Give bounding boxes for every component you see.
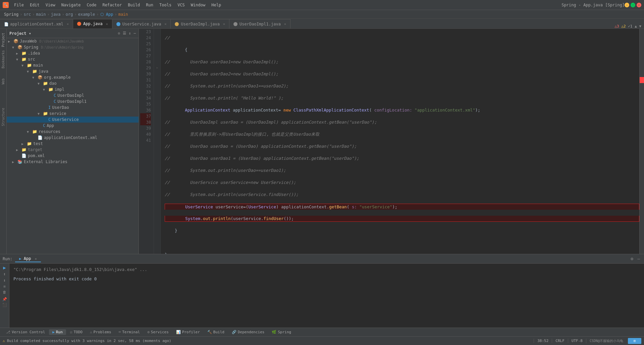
tab-close-user-dao-impl1[interactable]: ✕: [284, 22, 286, 26]
breadcrumb-src[interactable]: src: [24, 12, 31, 17]
tree-item-target[interactable]: ▶ 📁 target: [7, 147, 139, 153]
menu-tools[interactable]: Tools: [157, 2, 174, 8]
menu-code[interactable]: Code: [84, 2, 99, 8]
menu-vcs[interactable]: VCS: [175, 2, 187, 8]
tab-close-user-service[interactable]: ✕: [164, 22, 166, 26]
run-rerun-button[interactable]: ⬇: [3, 278, 6, 283]
run-tab-app[interactable]: ▶ App ✕: [15, 256, 41, 262]
window-close-button[interactable]: ✕: [637, 3, 641, 7]
tree-item-test[interactable]: ▶ 📁 test: [7, 141, 139, 147]
editor-scroll-up[interactable]: ▲: [635, 24, 637, 28]
run-export-button[interactable]: ⬛: [2, 303, 7, 307]
sidebar-structure-label[interactable]: Structure: [1, 107, 6, 127]
module-icon: 📦: [13, 39, 18, 44]
run-settings-icon[interactable]: ⚙: [629, 256, 635, 262]
tab-close-application-context[interactable]: ✕: [67, 22, 69, 26]
menu-navigate[interactable]: Navigate: [59, 2, 84, 8]
sidebar-project-label[interactable]: Project: [1, 31, 6, 48]
tree-item-resources[interactable]: ▼ 📁 resources: [7, 129, 139, 135]
run-panel: Run: ▶ App ✕ ⚙ — ▶ ⬆ ⬇ ≡ 🗑 📌 ⬛ "C:\Progr…: [0, 254, 644, 328]
breadcrumb-example[interactable]: example: [78, 12, 95, 17]
tree-item-org-example[interactable]: ▼ 📦 org.example: [7, 74, 139, 80]
code-line-27: // System.out.println(userDao1==userDao2…: [165, 83, 639, 89]
folder-icon: 📁: [32, 129, 37, 134]
right-notifications: [639, 29, 644, 254]
tree-item-dao[interactable]: ▼ 📁 dao: [7, 80, 139, 86]
run-scroll-end-button[interactable]: ≡: [3, 284, 6, 289]
run-clear-button[interactable]: 🗑: [3, 290, 6, 294]
tab-close-user-dao-impl[interactable]: ✕: [223, 22, 225, 26]
tab-close-app[interactable]: ✕: [106, 22, 108, 26]
bottom-tab-services[interactable]: ⚙ Services: [144, 329, 172, 335]
user-dao-impl1-icon: [233, 22, 237, 26]
tree-item-userDaoImpl[interactable]: ▶ C UserDaoImpl: [7, 92, 139, 98]
tree-item-service[interactable]: ▼ 📁 service: [7, 111, 139, 117]
window-minimize-button[interactable]: –: [625, 3, 629, 7]
tree-item-idea[interactable]: ▶ 📁 .idea: [7, 50, 139, 56]
breadcrumb-org[interactable]: org: [66, 12, 73, 17]
window-maximize-button[interactable]: □: [631, 3, 635, 7]
error-marker[interactable]: [640, 77, 644, 83]
tab-user-service[interactable]: UserService.java ✕: [112, 19, 171, 28]
tree-item-src[interactable]: ▼ 📁 src: [7, 56, 139, 62]
run-tab-close[interactable]: ✕: [35, 257, 37, 261]
bottom-tab-terminal[interactable]: ⌨ Terminal: [115, 329, 144, 335]
menu-build[interactable]: Build: [125, 2, 143, 8]
editor-scroll-down[interactable]: ▼: [639, 24, 641, 28]
bottom-tab-version-control[interactable]: ⎇ Version Control: [3, 329, 48, 335]
bottom-tab-todo[interactable]: ☑ TODO: [67, 329, 86, 335]
breadcrumb-main-method[interactable]: main: [118, 12, 128, 17]
tree-item-applicationContext[interactable]: ▶ 📄 applicationContext.xml: [7, 135, 139, 141]
tree-item-app[interactable]: ▶ C App: [7, 123, 139, 129]
tree-item-java[interactable]: ▼ 📁 java: [7, 68, 139, 74]
bottom-tab-spring[interactable]: 🌿 Spring: [268, 329, 294, 335]
tree-item-userService[interactable]: ▶ C UserService: [7, 117, 139, 123]
tab-application-context[interactable]: 📄 applicationContext.xml ✕: [0, 19, 73, 28]
tree-collapse-icon[interactable]: ☰: [123, 31, 126, 36]
sidebar-bookmarks-label[interactable]: Bookmarks: [1, 49, 6, 70]
bottom-tab-problems[interactable]: ⚠ Problems: [87, 329, 115, 335]
status-encoding[interactable]: CRLF: [552, 339, 568, 343]
tree-item-javaWeb[interactable]: ▶ 📦 JavaWeb D:\Users\Admin\JavaWeb: [7, 38, 139, 44]
tab-app-java[interactable]: App.java ✕: [73, 19, 112, 28]
menu-window[interactable]: Window: [188, 2, 208, 8]
tree-item-spring[interactable]: ▼ 📦 Spring D:\Users\Admin\Spring: [7, 44, 139, 50]
bottom-tab-profiler[interactable]: 📊 Profiler: [173, 329, 203, 335]
tree-settings-icon[interactable]: ⚙: [118, 31, 120, 36]
status-position[interactable]: 38:52: [534, 339, 552, 343]
tab-user-dao-impl1[interactable]: UserDaoImpl1.java ✕: [229, 19, 290, 28]
tree-item-main[interactable]: ▼ 📁 main: [7, 62, 139, 68]
tree-item-userDao[interactable]: ▶ I UserDao: [7, 105, 139, 111]
run-minimize-icon[interactable]: —: [636, 256, 641, 262]
run-play-button[interactable]: ▶: [3, 265, 6, 270]
status-charset[interactable]: UTF-8: [568, 339, 586, 343]
spring-module-icon: 📦: [17, 45, 22, 50]
run-stop-button[interactable]: ⬆: [3, 272, 6, 277]
tree-item-pom[interactable]: ▶ 📄 pom.xml: [7, 153, 139, 159]
menu-help[interactable]: Help: [209, 2, 224, 8]
tab-user-dao-impl[interactable]: UserDaoImpl.java ✕: [171, 19, 229, 28]
menu-view[interactable]: View: [43, 2, 58, 8]
xml-file-icon: 📄: [4, 22, 8, 26]
breadcrumb-java[interactable]: java: [51, 12, 61, 17]
bottom-tab-dependencies[interactable]: 🔗 Dependencies: [228, 329, 268, 335]
sidebar-web-label[interactable]: Web: [1, 77, 6, 86]
menu-run[interactable]: Run: [143, 2, 156, 8]
breadcrumb-app[interactable]: ⬡ App: [100, 12, 113, 17]
tree-item-external-libraries[interactable]: ▶ 📚 External Libraries: [7, 159, 139, 165]
bottom-tab-run[interactable]: ▶ Run: [49, 329, 66, 335]
tree-item-userDaoImpl1[interactable]: ▶ C UserDaoImpl1: [7, 98, 139, 105]
tree-minimize-icon[interactable]: —: [133, 31, 136, 36]
run-panel-header: Run: ▶ App ✕ ⚙ —: [0, 254, 644, 264]
view-toggle-button[interactable]: ⊞: [628, 338, 641, 344]
breadcrumb-spring[interactable]: Spring: [4, 12, 18, 17]
tree-sort-icon[interactable]: ↕: [129, 31, 131, 36]
bottom-tab-build[interactable]: 🔨 Build: [204, 329, 228, 335]
tree-item-impl[interactable]: ▼ 📁 impl: [7, 86, 139, 92]
menu-refactor[interactable]: Refactor: [100, 2, 124, 8]
menu-file[interactable]: File: [11, 2, 26, 8]
run-pin-button[interactable]: 📌: [2, 297, 7, 301]
menu-edit[interactable]: Edit: [27, 2, 42, 8]
code-area[interactable]: // { // UserDao userDao1=new UserDaoImpl…: [161, 29, 639, 254]
breadcrumb-main[interactable]: main: [36, 12, 46, 17]
